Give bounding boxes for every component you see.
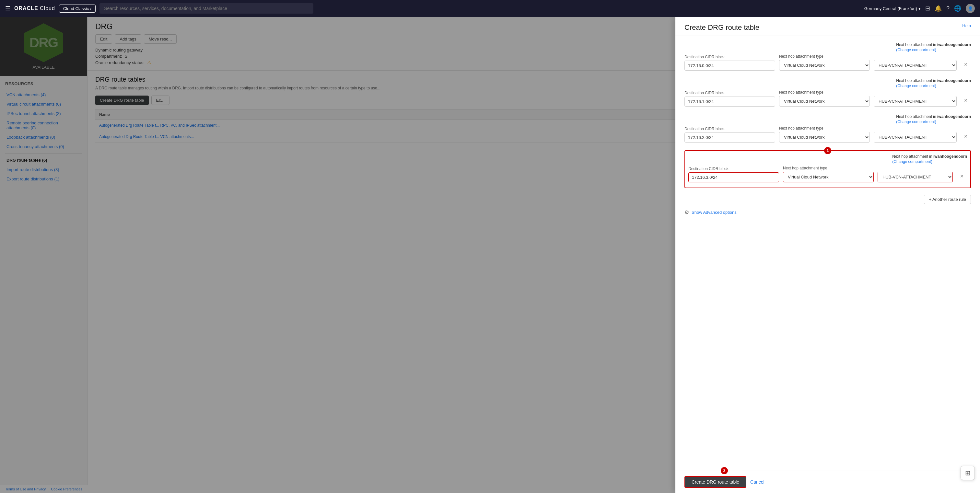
remove-rule-4-button[interactable]: × [957,171,967,182]
next-hop-type-group-1: Next hop attachment type Virtual Cloud N… [779,54,870,71]
next-hop-type-select-1[interactable]: Virtual Cloud Network [779,60,870,71]
dest-cidr-group-1: Destination CIDR block [684,55,775,71]
help-icon[interactable]: ? [946,5,950,12]
oracle-logo: ORACLE Cloud [14,5,55,11]
next-hop-type-select-4[interactable]: Virtual Cloud Network [783,172,874,182]
next-hop-col-2: Next hop attachment in iwanhoogendoorn (… [896,78,971,89]
rule-row-4: Destination CIDR block Next hop attachme… [688,166,967,182]
create-drg-route-table-submit-button[interactable]: Create DRG route table [684,476,746,488]
next-hop-col-4: Next hop attachment in iwanhoogendoorn (… [892,154,967,165]
help-widget[interactable]: ⊞ [961,466,975,480]
change-compartment-link-3[interactable]: (Change compartment) [896,119,971,124]
next-hop-type-group-3: Next hop attachment type Virtual Cloud N… [779,126,870,143]
region-selector[interactable]: Germany Central (Frankfurt) ▾ [864,6,921,11]
next-hop-attachment-group-4: HUB-VCN-ATTACHMENT [878,166,953,182]
next-hop-attachment-select-4[interactable]: HUB-VCN-ATTACHMENT [878,172,953,182]
modal-title: Create DRG route table [684,23,759,32]
monitor-icon[interactable]: ⊟ [925,5,930,12]
modal-body[interactable]: Next hop attachment in iwanhoogendoorn (… [675,36,980,471]
route-rule-4-highlighted: 1 Next hop attachment in iwanhoogendoorn… [684,150,971,188]
modal-header: Create DRG route table Help [675,17,980,36]
change-compartment-link-1[interactable]: (Change compartment) [896,48,971,52]
bell-icon[interactable]: 🔔 [935,5,942,12]
top-navigation: ☰ ORACLE Cloud Cloud Classic › Germany C… [0,0,980,17]
nav-right: Germany Central (Frankfurt) ▾ ⊟ 🔔 ? 🌐 👤 [864,4,975,13]
route-rule-2: Next hop attachment in iwanhoogendoorn (… [684,78,971,106]
settings-icon: ⚙ [684,209,689,216]
next-hop-attachment-select-2[interactable]: HUB-VCN-ATTACHMENT [874,96,957,106]
next-hop-attachment-label-2 [874,90,957,95]
cloud-classic-button[interactable]: Cloud Classic › [59,5,95,13]
add-rule-container: + Another route rule [684,193,971,204]
next-hop-header-2: Next hop attachment in iwanhoogendoorn [896,78,971,83]
globe-icon[interactable]: 🌐 [954,5,961,12]
next-hop-header-4: Next hop attachment in iwanhoogendoorn [892,154,967,159]
route-rule-3: Next hop attachment in iwanhoogendoorn (… [684,114,971,143]
next-hop-type-select-2[interactable]: Virtual Cloud Network [779,96,870,106]
next-hop-header-3: Next hop attachment in iwanhoogendoorn [896,114,971,119]
route-rule-1: Next hop attachment in iwanhoogendoorn (… [684,43,971,71]
next-hop-attachment-label-1 [874,54,957,59]
next-hop-attachment-select-1[interactable]: HUB-VCN-ATTACHMENT [874,60,957,71]
next-hop-type-label-1: Next hop attachment type [779,54,870,59]
cancel-button[interactable]: Cancel [750,479,765,485]
footer-badge: 2 [721,467,728,474]
dest-cidr-label-2: Destination CIDR block [684,91,775,95]
hamburger-menu[interactable]: ☰ [5,5,10,12]
next-hop-type-label-3: Next hop attachment type [779,126,870,130]
next-hop-attachment-label-4 [878,166,953,170]
dest-cidr-input-4[interactable] [688,172,779,182]
dest-cidr-label-1: Destination CIDR block [684,55,775,59]
next-hop-col-1: Next hop attachment in iwanhoogendoorn (… [896,43,971,54]
remove-rule-2-button[interactable]: × [961,95,971,106]
change-compartment-link-4[interactable]: (Change compartment) [892,159,967,164]
next-hop-attachment-group-1: HUB-VCN-ATTACHMENT [874,54,957,71]
next-hop-attachment-label-3 [874,126,957,130]
modal-footer: 2 Create DRG route table Cancel [675,471,980,493]
dest-cidr-group-2: Destination CIDR block [684,91,775,106]
remove-rule-3-button[interactable]: × [961,131,971,142]
rule-row-1: Destination CIDR block Next hop attachme… [684,54,971,71]
dest-cidr-group-4: Destination CIDR block [688,166,779,182]
next-hop-header-1: Next hop attachment in iwanhoogendoorn [896,43,971,47]
dest-cidr-group-3: Destination CIDR block [684,127,775,143]
advanced-options-toggle[interactable]: ⚙ Show Advanced options [684,209,971,216]
change-compartment-link-2[interactable]: (Change compartment) [896,84,971,88]
next-hop-attachment-select-3[interactable]: HUB-VCN-ATTACHMENT [874,132,957,143]
create-drg-route-table-modal: Create DRG route table Help Next hop att… [675,17,980,493]
rule-4-badge: 1 [824,147,831,154]
next-hop-type-group-4: Next hop attachment type Virtual Cloud N… [783,166,874,182]
next-hop-type-group-2: Next hop attachment type Virtual Cloud N… [779,90,870,106]
rule-row-2: Destination CIDR block Next hop attachme… [684,90,971,106]
dest-cidr-input-1[interactable] [684,60,775,71]
user-avatar[interactable]: 👤 [966,4,975,13]
advanced-options-label: Show Advanced options [692,210,737,215]
dest-cidr-label-4: Destination CIDR block [688,166,779,171]
add-route-rule-button[interactable]: + Another route rule [924,195,971,204]
dest-cidr-label-3: Destination CIDR block [684,127,775,131]
help-widget-icon: ⊞ [965,469,970,477]
dest-cidr-input-3[interactable] [684,133,775,143]
next-hop-attachment-group-3: HUB-VCN-ATTACHMENT [874,126,957,143]
remove-rule-1-button[interactable]: × [961,59,971,70]
next-hop-type-select-3[interactable]: Virtual Cloud Network [779,132,870,143]
next-hop-type-label-2: Next hop attachment type [779,90,870,95]
next-hop-col-3: Next hop attachment in iwanhoogendoorn (… [896,114,971,125]
search-input[interactable] [100,3,313,14]
next-hop-type-label-4: Next hop attachment type [783,166,874,170]
dest-cidr-input-2[interactable] [684,97,775,106]
rule-row-3: Destination CIDR block Next hop attachme… [684,126,971,143]
next-hop-attachment-group-2: HUB-VCN-ATTACHMENT [874,90,957,106]
modal-help-link[interactable]: Help [962,23,971,28]
